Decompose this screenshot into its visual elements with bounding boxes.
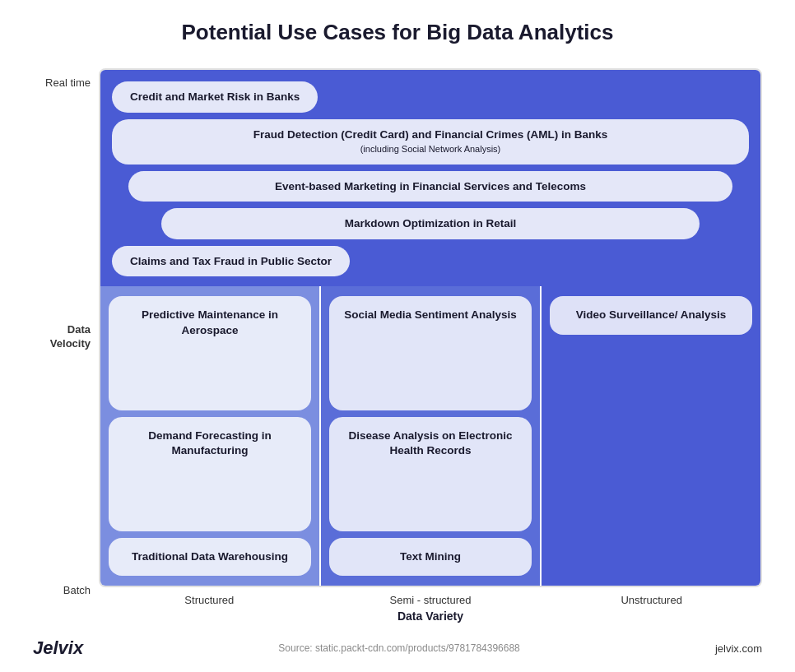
fraud-sublabel: (including Social Network Analysis) xyxy=(360,144,501,154)
card-markdown-optimization: Markdown Optimization in Retail xyxy=(161,208,700,239)
col-structured: Predictive Maintenance in Aerospace Dema… xyxy=(100,286,319,586)
x-axis-semi: Semi - structured xyxy=(320,594,542,606)
y-axis-top: Real time xyxy=(45,76,91,90)
x-axis-title: Data Variety xyxy=(99,609,762,623)
chart-grid: Credit and Market Risk in Banks Fraud De… xyxy=(99,68,762,587)
card-claims-tax-fraud: Claims and Tax Fraud in Public Sector xyxy=(112,246,350,277)
footer-logo: Jelvix xyxy=(33,637,83,659)
chart-content: Credit and Market Risk in Banks Fraud De… xyxy=(99,68,762,623)
card-disease-analysis: Disease Analysis on Electronic Health Re… xyxy=(329,417,532,531)
card-event-based-marketing: Event-based Marketing in Financial Servi… xyxy=(128,171,732,202)
page-title: Potential Use Cases for Big Data Analyti… xyxy=(182,20,614,45)
chart-wrapper: Real time DataVelocity Batch Credit and … xyxy=(33,68,762,623)
card-social-media-sentiment: Social Media Sentiment Analysis xyxy=(329,296,532,410)
footer-source: Source: static.packt-cdn.com/products/97… xyxy=(278,642,520,654)
bottom-section: Predictive Maintenance in Aerospace Dema… xyxy=(100,286,760,586)
top-section: Credit and Market Risk in Banks Fraud De… xyxy=(100,70,760,286)
card-text-mining: Text Mining xyxy=(329,538,532,576)
footer: Jelvix Source: static.packt-cdn.com/prod… xyxy=(33,637,762,659)
x-axis-structured: Structured xyxy=(99,594,320,606)
y-axis-middle: DataVelocity xyxy=(50,323,91,351)
card-credit-market-risk: Credit and Market Risk in Banks xyxy=(112,81,318,113)
x-axis-unstructured: Unstructured xyxy=(541,594,762,606)
x-axis: Structured Semi - structured Unstructure… xyxy=(99,594,762,606)
footer-url: jelvix.com xyxy=(715,642,762,655)
col-unstructured: Video Surveillance/ Analysis xyxy=(540,286,760,586)
card-traditional-data-warehousing: Traditional Data Warehousing xyxy=(109,538,311,576)
card-demand-forecasting: Demand Forecasting in Manufacturing xyxy=(109,417,311,531)
col-semi-structured: Social Media Sentiment Analysis Disease … xyxy=(319,286,540,586)
card-fraud-detection: Fraud Detection (Credit Card) and Financ… xyxy=(112,119,749,165)
y-axis: Real time DataVelocity Batch xyxy=(33,68,99,623)
card-video-surveillance: Video Surveillance/ Analysis xyxy=(550,296,752,334)
y-axis-bottom: Batch xyxy=(63,584,91,598)
card-predictive-maintenance: Predictive Maintenance in Aerospace xyxy=(109,296,311,410)
